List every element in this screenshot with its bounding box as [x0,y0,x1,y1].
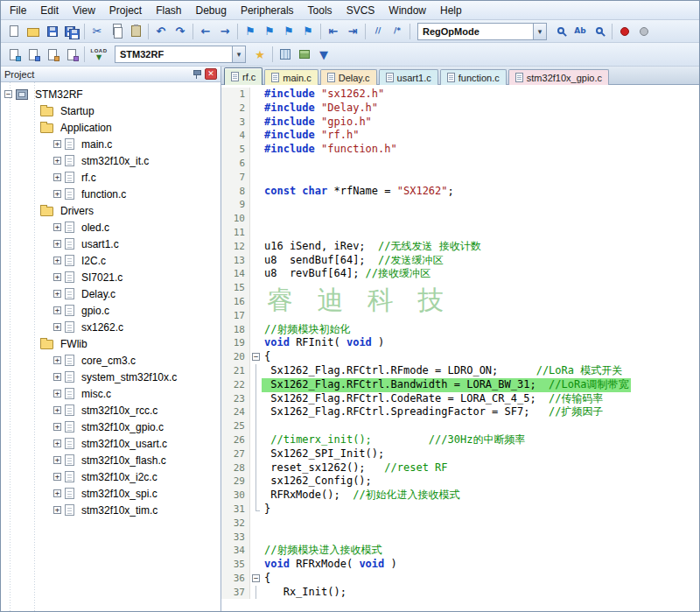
tab-main-c[interactable]: main.c [264,69,318,85]
books-icon[interactable] [295,46,314,63]
tree-item-stm32f10x-i2c-c[interactable]: +stm32f10x_i2c.c [1,468,220,485]
tree-item-stm32f10x-rcc-c[interactable]: +stm32f10x_rcc.c [1,402,220,419]
indent-less-icon[interactable]: ⇤ [324,23,343,40]
tab-stm32f10x-gpio-c[interactable]: stm32f10x_gpio.c [508,69,609,85]
tree-expander-icon[interactable]: + [53,140,61,148]
undo-icon[interactable]: ↶ [151,23,171,40]
flash-download-button[interactable]: LOAD ▼ [88,46,110,63]
tree-expander-icon[interactable]: + [53,506,61,514]
tree-expander-icon[interactable]: + [53,456,61,464]
tree-item-stm32f10x-usart-c[interactable]: +stm32f10x_usart.c [1,435,220,452]
nav-back-icon[interactable]: ← [196,23,215,40]
tree-item-usart1-c[interactable]: +usart1.c [1,236,220,252]
chevron-down-icon[interactable]: ▾ [232,46,245,62]
menu-view[interactable]: View [66,3,102,18]
tab-delay-c[interactable]: Delay.c [320,69,377,85]
bookmark-icon[interactable]: ⚑ [241,23,260,40]
tree-item-startup[interactable]: Startup [1,102,220,119]
rebuild-icon[interactable] [43,46,62,63]
uncomment-icon[interactable]: /* [388,23,407,40]
components-icon[interactable] [276,46,295,63]
tree-expander-icon[interactable]: + [53,440,61,447]
incremental-find-icon[interactable] [590,23,609,40]
options-wand-icon[interactable]: ★ [250,46,270,63]
tree-expander-icon[interactable]: + [53,489,61,497]
close-icon[interactable] [205,68,217,80]
tree-expander-icon[interactable]: + [53,273,61,281]
find-icon[interactable]: Ab [570,23,590,40]
new-file-icon[interactable] [4,23,24,40]
batch-build-icon[interactable] [62,46,81,63]
tree-item-function-c[interactable]: +function.c [1,186,220,202]
paste-icon[interactable] [126,23,145,40]
tree-expander-icon[interactable]: + [53,173,61,181]
tree-item-main-c[interactable]: +main.c [1,136,220,152]
tree-expander-icon[interactable]: + [53,190,61,198]
tree-expander-icon[interactable]: + [53,423,61,431]
open-folder-icon[interactable] [24,23,43,40]
breakpoint-disable-icon[interactable] [634,23,654,40]
find-in-files-icon[interactable] [551,23,570,40]
tree-item-oled-c[interactable]: +oled.c [1,219,220,236]
save-all-icon[interactable] [62,23,81,40]
tree-expander-icon[interactable]: + [53,290,61,298]
tree-item-rf-c[interactable]: +rf.c [1,169,220,186]
translate-icon[interactable] [4,46,24,63]
find-text-combo[interactable]: RegOpMode ▾ [417,23,547,40]
tree-expander-icon[interactable]: + [53,223,61,231]
menu-debug[interactable]: Debug [189,3,234,18]
menu-flash[interactable]: Flash [149,3,188,18]
comment-icon[interactable]: // [368,23,388,40]
build-icon[interactable] [24,46,43,63]
menu-tools[interactable]: Tools [301,3,340,18]
indent-more-icon[interactable]: ⇥ [343,23,362,40]
menu-svcs[interactable]: SVCS [340,3,382,18]
code-editor[interactable]: 睿 迪 科 技 1#include "sx1262.h"2#include "D… [221,85,699,611]
tree-expander-icon[interactable]: + [53,373,61,381]
tree-item-delay-c[interactable]: +Delay.c [1,285,220,302]
tree-item-application[interactable]: Application [1,119,220,136]
chevron-down-icon[interactable]: ▾ [533,24,546,39]
tree-item-stm32f10x-flash-c[interactable]: +stm32f10x_flash.c [1,452,220,468]
pin-icon[interactable] [192,69,201,80]
tree-expander-icon[interactable]: + [53,306,61,314]
tree-expander-icon[interactable]: + [53,473,61,481]
menu-file[interactable]: File [3,3,33,18]
tree-item-stm32f10x-tim-c[interactable]: +stm32f10x_tim.c [1,502,220,518]
tree-expander-icon[interactable]: + [53,323,61,331]
tree-item-drivers[interactable]: Drivers [1,202,220,219]
bookmark-prev-icon[interactable]: ⚑ [260,23,279,40]
tab-usart1-c[interactable]: usart1.c [379,69,438,85]
tree-item-gpio-c[interactable]: +gpio.c [1,302,220,319]
fold-collapse-icon[interactable]: − [252,353,260,361]
tree-item-stm32f10x-it-c[interactable]: +stm32f10x_it.c [1,152,220,169]
breakpoint-icon[interactable] [615,23,634,40]
tree-item-stm32rf[interactable]: −STM32RF [1,86,220,102]
tree-item-si7021-c[interactable]: +SI7021.c [1,269,220,285]
menu-window[interactable]: Window [382,3,433,18]
tree-expander-icon[interactable]: + [53,257,61,264]
nav-forward-icon[interactable]: → [215,23,234,40]
target-select-combo[interactable]: STM32RF ▾ [115,46,246,63]
menu-edit[interactable]: Edit [33,3,66,18]
tree-item-sx1262-c[interactable]: +sx1262.c [1,319,220,335]
tree-item-misc-c[interactable]: +misc.c [1,385,220,402]
tree-item-i2c-c[interactable]: +I2C.c [1,252,220,269]
tree-expander-icon[interactable]: + [53,157,61,165]
tree-item-fwlib[interactable]: FWlib [1,335,220,352]
fold-collapse-icon[interactable]: − [252,574,260,582]
save-icon[interactable] [43,23,62,40]
tab-rf-c[interactable]: rf.c [224,67,262,85]
tree-expander-icon[interactable]: + [53,406,61,414]
tree-item-core-cm3-c[interactable]: +core_cm3.c [1,352,220,369]
redo-icon[interactable]: ↷ [171,23,190,40]
tree-expander-icon[interactable]: + [53,240,61,248]
bookmark-next-icon[interactable]: ⚑ [279,23,298,40]
funnel-icon[interactable]: ▼ [314,46,333,63]
menu-project[interactable]: Project [102,3,149,18]
tree-item-stm32f10x-spi-c[interactable]: +stm32f10x_spi.c [1,485,220,502]
tree-item-system-stm32f10x-c[interactable]: +system_stm32f10x.c [1,369,220,385]
tree-expander-icon[interactable]: + [53,390,61,397]
bookmark-clear-icon[interactable]: ⚑ [298,23,318,40]
copy-icon[interactable] [107,23,126,40]
